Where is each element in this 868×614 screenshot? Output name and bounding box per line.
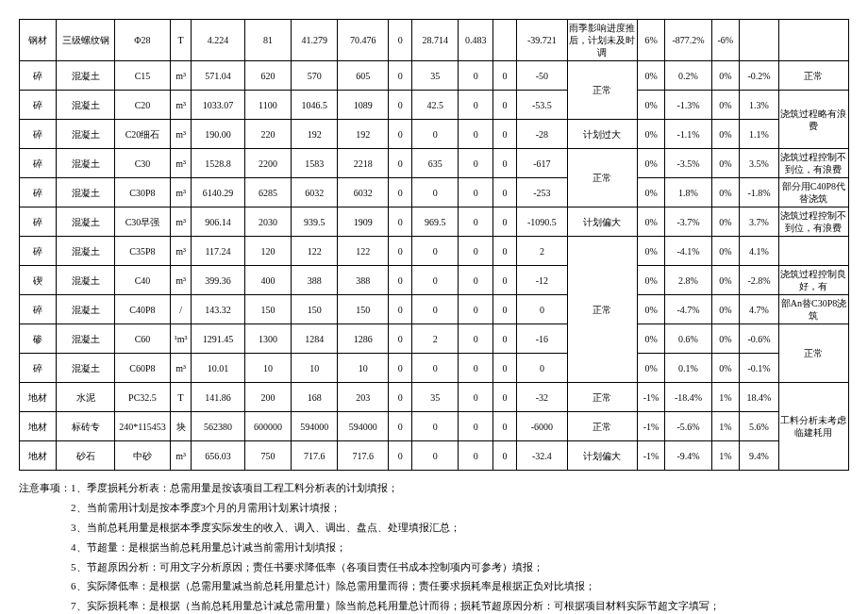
table-row: 碶混凝土C40m³ 399.36400388388 0000 -120%2.8%…	[20, 266, 849, 295]
table-row: 地材水泥PC32.5T 141.86200168203 03500 -32正常-…	[20, 383, 849, 412]
table-row: 碎混凝土C60P8m³ 10.01101010 0000 00%0.1% 0%-…	[20, 354, 849, 383]
table-row: 碎混凝土C20细石m³ 190.00220192192 0000 -28计划过大…	[20, 120, 849, 149]
table-row: 碎混凝土C35P8m³ 117.24120122122 0000 2正常0%-4…	[20, 237, 849, 266]
notes-block: 注意事项：1、季度损耗分析表：总需用量是按该项目工程工料分析表的计划填报； 2、…	[19, 478, 849, 614]
table-row: 碎混凝土C20m³ 1033.0711001046.51089 042.500 …	[20, 91, 849, 120]
note-5: 5、节超原因分析：可用文字分析原因；责任书要求降低率（各项目责任书成本控制项内可…	[19, 557, 849, 577]
table-row: 钢材三级螺纹钢Φ28T 4.2248141.27970.476 028.7140…	[20, 20, 849, 61]
note-2: 2、当前需用计划是按本季度3个月的月需用计划累计填报；	[19, 498, 849, 518]
note-3: 3、当前总耗用量是根据本季度实际发生的收入、调入、调出、盘点、处理填报汇总；	[19, 518, 849, 538]
table-row: 碎混凝土C30P8m³ 6140.29628560326032 0000 -25…	[20, 178, 849, 207]
table-row: 碎混凝土C30早强m³ 906.142030939.51909 0969.500…	[20, 207, 849, 237]
table-row: 地材砂石中砂m³ 656.03750717.6717.6 0000 -32.4计…	[20, 441, 849, 471]
note-4: 4、节超量：是根据当前总耗用量总计减当前需用计划填报；	[19, 538, 849, 557]
notes-lead: 注意事项：	[19, 478, 71, 498]
note-6: 6、实际降低率：是根据（总需用量减当前总耗用量总计）除总需用量而得；责任要求损耗…	[19, 576, 849, 596]
table-row: 地材标砖专240*115453块 56238060000059400059400…	[20, 412, 849, 441]
table-row: 碎混凝土C30m³ 1528.8220015832218 063500 -617…	[20, 149, 849, 178]
table-row: 碎混凝土C15m³ 571.04620570605 03500 -50正常0%0…	[20, 61, 849, 91]
note-1: 1、季度损耗分析表：总需用量是按该项目工程工料分析表的计划填报；	[71, 482, 398, 493]
table-row: 碜混凝土C60¹m³ 1291.45130012841286 0200 -160…	[20, 324, 849, 354]
table-row: 碎混凝土C40P8/ 143.32150150150 0000 00%-4.7%…	[20, 295, 849, 324]
material-table: 钢材三级螺纹钢Φ28T 4.2248141.27970.476 028.7140…	[19, 19, 849, 471]
note-7: 7、实际损耗率：是根据（当前总耗用量总计减总需用量）除当前总耗用量总计而得；损耗…	[19, 596, 849, 614]
